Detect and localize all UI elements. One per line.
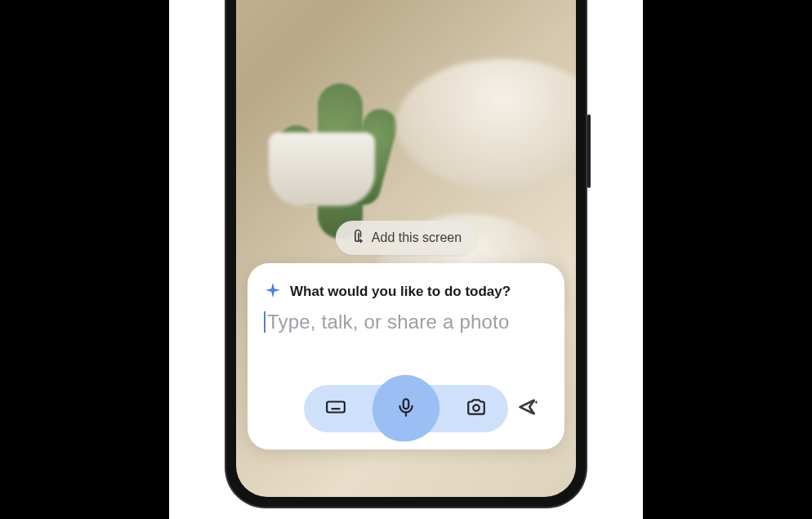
add-screen-chip[interactable]: Add this screen <box>336 221 476 255</box>
prompt-text: What would you like to do today? <box>290 284 511 300</box>
phone-screen: Add this screen What would you like to d… <box>236 0 576 497</box>
camera-button[interactable] <box>461 393 492 424</box>
input-controls <box>264 383 548 435</box>
send-sparkle-icon <box>517 396 540 422</box>
keyboard-button[interactable] <box>320 393 351 424</box>
svg-rect-2 <box>327 402 345 413</box>
microphone-icon <box>395 396 417 421</box>
svg-rect-8 <box>404 399 409 409</box>
text-cursor <box>264 311 265 333</box>
add-screen-label: Add this screen <box>372 230 462 245</box>
svg-point-10 <box>473 405 480 411</box>
microphone-button[interactable] <box>382 385 430 432</box>
send-button[interactable] <box>512 392 545 425</box>
input-placeholder: Type, talk, or share a photo <box>267 311 509 333</box>
phone-frame: Add this screen What would you like to d… <box>226 0 586 507</box>
wallpaper-pot <box>269 132 375 206</box>
sparkle-icon <box>264 281 282 302</box>
input-mode-pill <box>304 385 508 432</box>
attach-icon <box>347 228 364 248</box>
stage: Add this screen What would you like to d… <box>169 0 643 519</box>
keyboard-icon <box>325 396 346 421</box>
prompt-row: What would you like to do today? <box>264 281 548 302</box>
camera-icon <box>466 396 487 421</box>
assistant-input[interactable]: Type, talk, or share a photo <box>264 311 548 333</box>
assistant-card: What would you like to do today? Type, t… <box>248 263 564 450</box>
wallpaper-bowl <box>396 59 576 190</box>
